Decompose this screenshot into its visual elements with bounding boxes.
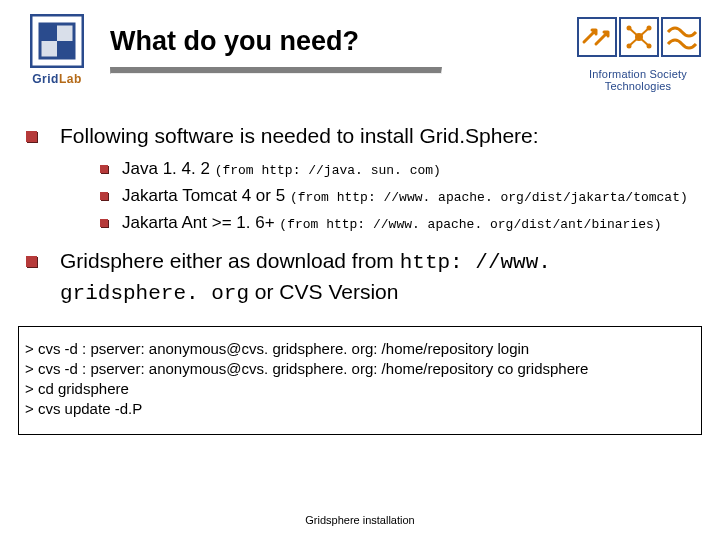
gridlab-icon [30, 14, 84, 68]
svg-rect-2 [40, 24, 57, 41]
bullet-software-needed: Following software is needed to install … [26, 122, 694, 235]
sub-from: (from http: //www. apache. org/dist/ant/… [279, 217, 661, 232]
code-line: > cvs -d : pserver: anonymous@cvs. grids… [25, 340, 695, 357]
logo-ist: Information Society Technologies [572, 14, 704, 92]
sub-text: Jakarta Ant >= 1. 6+ [122, 213, 279, 232]
sub-text: Jakarta Tomcat 4 or 5 [122, 186, 290, 205]
bullet-text: Following software is needed to install … [60, 124, 539, 147]
bullet-text-pre: Gridsphere either as download from [60, 249, 400, 272]
logo-gridlab: GridLab [22, 14, 92, 86]
bullet-list: Following software is needed to install … [26, 122, 694, 308]
sub-bullet-java: Java 1. 4. 2 (from http: //java. sun. co… [100, 158, 694, 181]
svg-rect-8 [662, 18, 700, 56]
sub-from: (from http: //www. apache. org/dist/jaka… [290, 190, 688, 205]
sub-bullet-list: Java 1. 4. 2 (from http: //java. sun. co… [100, 158, 694, 235]
sub-text: Java 1. 4. 2 [122, 159, 215, 178]
code-box: > cvs -d : pserver: anonymous@cvs. grids… [18, 326, 702, 435]
content: Following software is needed to install … [0, 92, 720, 308]
slide: GridLab What do you need? [0, 0, 720, 540]
page-title: What do you need? [110, 26, 554, 57]
footer: Gridsphere installation [0, 514, 720, 526]
code-line: > cvs update -d.P [25, 400, 695, 417]
logo-ist-text: Information Society Technologies [572, 68, 704, 92]
logo-gridlab-text: GridLab [22, 72, 92, 86]
svg-rect-3 [57, 41, 74, 58]
sub-bullet-ant: Jakarta Ant >= 1. 6+ (from http: //www. … [100, 212, 694, 235]
sub-from: (from http: //java. sun. com) [215, 163, 441, 178]
code-line: > cvs -d : pserver: anonymous@cvs. grids… [25, 360, 695, 377]
svg-line-16 [629, 37, 639, 46]
svg-rect-4 [57, 24, 74, 41]
bullet-text-post: or CVS Version [249, 280, 398, 303]
svg-line-14 [629, 28, 639, 37]
svg-rect-5 [40, 41, 57, 58]
title-rule [110, 67, 442, 74]
title-block: What do you need? [110, 14, 554, 74]
header: GridLab What do you need? [0, 0, 720, 92]
svg-line-15 [639, 28, 649, 37]
svg-rect-6 [578, 18, 616, 56]
sub-bullet-tomcat: Jakarta Tomcat 4 or 5 (from http: //www.… [100, 185, 694, 208]
code-line: > cd gridsphere [25, 380, 695, 397]
svg-line-17 [639, 37, 649, 46]
ist-icon [574, 16, 702, 62]
bullet-gridsphere-download: Gridsphere either as download from http:… [26, 247, 694, 308]
